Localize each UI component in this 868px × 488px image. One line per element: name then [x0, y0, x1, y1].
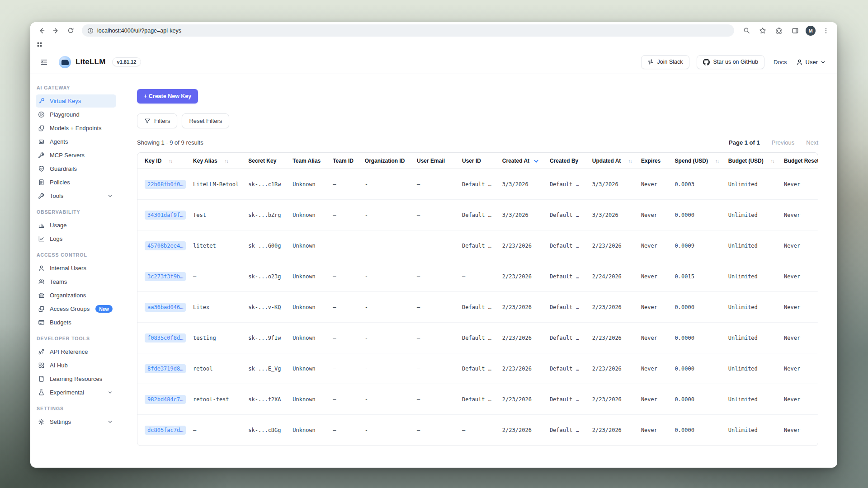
sidebar-item-organizations[interactable]: Organizations	[36, 289, 116, 302]
column-label: Key ID	[145, 158, 161, 164]
sidebar-item-internal-users[interactable]: Internal Users	[36, 262, 116, 275]
next-button[interactable]: Next	[806, 139, 818, 146]
key-id-link[interactable]: f0835c0f8d…	[145, 333, 186, 343]
site-info-icon[interactable]	[87, 28, 94, 34]
cell-spend-usd: 0.0000	[670, 353, 723, 384]
cell-created-at: 3/3/2026	[497, 169, 544, 200]
sort-icon[interactable]: ↑↓	[628, 159, 632, 164]
create-new-key-button[interactable]: + Create New Key	[137, 89, 198, 103]
cell-key-id[interactable]: 45708b2ee4…	[137, 230, 188, 261]
sidebar-item-usage[interactable]: Usage	[36, 219, 116, 232]
cell-user-email: –	[411, 230, 457, 261]
sidebar-item-teams[interactable]: Teams	[36, 275, 116, 288]
col-spend-usd[interactable]: Spend (USD)↑↓	[670, 153, 723, 169]
table-row: dc805fac7d…–sk-...cBGgUnknown–-––2/23/20…	[137, 415, 818, 446]
cell-team-id: –	[327, 169, 359, 200]
user-menu[interactable]: User	[796, 59, 826, 66]
cell-spend-usd: 0.0003	[670, 169, 723, 200]
cell-team-alias: Unknown	[287, 169, 327, 200]
card-icon	[38, 319, 45, 326]
reset-filters-button[interactable]: Reset Filters	[182, 113, 229, 128]
sort-icon[interactable]: ↑↓	[225, 159, 228, 164]
key-icon	[38, 98, 45, 105]
pagination: Page 1 of 1 Previous Next	[729, 139, 818, 146]
sidebar-item-logs[interactable]: Logs	[36, 232, 116, 245]
sort-desc-icon[interactable]	[534, 158, 538, 163]
col-created-at[interactable]: Created At	[497, 153, 544, 169]
col-key-alias[interactable]: Key Alias↑↓	[188, 153, 243, 169]
cell-created-by: Default …	[544, 384, 587, 415]
key-id-link[interactable]: 8fde3719d8…	[145, 364, 186, 373]
key-id-link[interactable]: 45708b2ee4…	[145, 241, 186, 250]
sidebar-item-mcp-servers[interactable]: MCP Servers	[36, 149, 116, 162]
sidebar-item-learning-resources[interactable]: Learning Resources	[36, 372, 116, 385]
join-slack-button[interactable]: Join Slack	[641, 55, 689, 69]
sidebar-collapse-icon[interactable]	[40, 58, 48, 66]
cell-key-id[interactable]: aa36bad046…	[137, 292, 188, 323]
column-label: Team Alias	[292, 158, 321, 164]
table-row: 22b68fb0f0…LiteLLM-Retoolsk-...c1RwUnkno…	[137, 169, 818, 200]
sidebar-item-access-groups[interactable]: Access GroupsNew	[36, 302, 116, 315]
sidebar-item-budgets[interactable]: Budgets	[36, 316, 116, 329]
cell-created-by: Default …	[544, 415, 587, 446]
bar-chart-icon	[38, 222, 45, 229]
col-budget-usd[interactable]: Budget (USD)↑↓	[723, 153, 778, 169]
key-id-link[interactable]: 22b68fb0f0…	[145, 180, 186, 189]
cell-team-alias: Unknown	[287, 384, 327, 415]
sidebar-item-ai-hub[interactable]: AI Hub	[36, 359, 116, 372]
key-id-link[interactable]: 982bd484c7…	[145, 395, 186, 404]
filters-button[interactable]: Filters	[137, 113, 177, 128]
key-id-link[interactable]: aa36bad046…	[145, 303, 186, 312]
back-button[interactable]	[36, 25, 47, 37]
star-github-button[interactable]: Star us on GitHub	[697, 55, 764, 69]
cell-user-email: –	[411, 261, 457, 292]
sort-icon[interactable]: ↑↓	[169, 159, 172, 164]
chevron-down-icon	[108, 390, 113, 395]
key-id-link[interactable]: 34301daf9f…	[145, 211, 186, 220]
cell-secret-key: sk-...cBGg	[243, 415, 287, 446]
sidebar-item-playground[interactable]: Playground	[36, 108, 116, 121]
cell-secret-key: sk-...E_Vg	[243, 353, 287, 384]
previous-button[interactable]: Previous	[772, 139, 795, 146]
bookmark-star-icon[interactable]	[757, 25, 769, 37]
col-secret-key: Secret Key	[243, 153, 287, 169]
cell-key-id[interactable]: f0835c0f8d…	[137, 323, 188, 353]
cell-created-at: 2/23/2026	[497, 323, 544, 353]
join-slack-label: Join Slack	[657, 59, 683, 65]
sidebar-item-guardrails[interactable]: Guardrails	[36, 162, 116, 175]
sidebar-item-agents[interactable]: Agents	[36, 135, 116, 148]
col-key-id[interactable]: Key ID↑↓	[137, 153, 188, 169]
key-id-link[interactable]: dc805fac7d…	[145, 426, 186, 435]
cell-updated-at: 2/23/2026	[587, 384, 636, 415]
cell-key-id[interactable]: 982bd484c7…	[137, 384, 188, 415]
cell-key-id[interactable]: 22b68fb0f0…	[137, 169, 188, 200]
column-label: Key Alias	[193, 158, 217, 164]
cell-key-id[interactable]: 8fde3719d8…	[137, 353, 188, 384]
reload-button[interactable]	[65, 25, 76, 37]
sort-icon[interactable]: ↑↓	[715, 159, 719, 164]
zoom-icon[interactable]	[741, 25, 752, 37]
address-bar[interactable]: localhost:4000/ui/?page=api-keys	[82, 24, 734, 37]
sidebar-item-tools[interactable]: Tools	[36, 189, 116, 202]
cell-key-id[interactable]: 34301daf9f…	[137, 200, 188, 230]
cell-key-id[interactable]: dc805fac7d…	[137, 415, 188, 446]
sidebar-item-settings[interactable]: Settings	[36, 415, 116, 428]
browser-menu-icon[interactable]	[820, 25, 832, 37]
side-panel-icon[interactable]	[789, 25, 801, 37]
docs-link[interactable]: Docs	[774, 59, 787, 66]
extensions-icon[interactable]	[773, 25, 785, 37]
sort-icon[interactable]: ↑↓	[771, 159, 774, 164]
sidebar-item-virtual-keys[interactable]: Virtual Keys	[36, 94, 116, 108]
col-updated-at[interactable]: Updated At↑↓	[587, 153, 636, 169]
cell-key-id[interactable]: 3c273f3f9b…	[137, 261, 188, 292]
sidebar-item-api-reference[interactable]: API Reference	[36, 345, 116, 358]
key-id-link[interactable]: 3c273f3f9b…	[145, 272, 186, 281]
profile-avatar[interactable]: M	[806, 26, 816, 36]
cell-budget-reset: Never	[778, 384, 818, 415]
sidebar-item-models-endpoints[interactable]: Models + Endpoints	[36, 122, 116, 135]
sidebar-item-policies[interactable]: Policies	[36, 176, 116, 189]
apps-grid-icon[interactable]	[37, 42, 42, 47]
sidebar-item-label: Models + Endpoints	[50, 125, 102, 131]
sidebar-item-experimental[interactable]: Experimental	[36, 386, 116, 399]
forward-button[interactable]	[50, 25, 62, 37]
